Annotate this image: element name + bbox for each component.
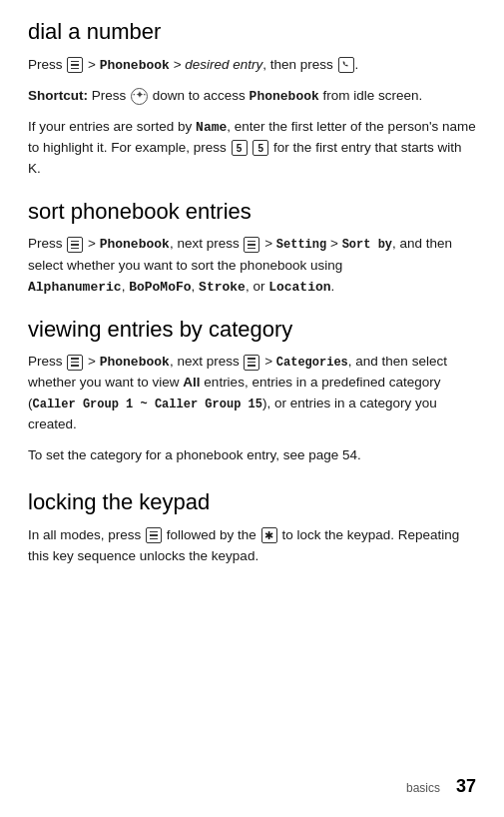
bopomfo-label: BoPoMoFo bbox=[129, 280, 191, 295]
key-5-1: 5 bbox=[232, 140, 248, 156]
dial-paragraph-2: If your entries are sorted by Name, ente… bbox=[28, 117, 476, 180]
sortby-label: Sort by bbox=[342, 238, 392, 252]
viewing-paragraph-1: Press > Phonebook, next press > Categori… bbox=[28, 352, 476, 435]
footer-label: basics bbox=[406, 781, 440, 795]
viewing-paragraph-2: To set the category for a phonebook entr… bbox=[28, 445, 476, 466]
menu-key-icon-view-1 bbox=[67, 355, 83, 371]
locking-paragraph-1: In all modes, press followed by the ✱ to… bbox=[28, 525, 476, 567]
section-title-viewing: viewing entries by category bbox=[28, 316, 476, 345]
page-content: dial a number Press > Phonebook > desire… bbox=[0, 0, 504, 617]
phonebook-label-1: Phonebook bbox=[100, 58, 170, 73]
phonebook-label-view: Phonebook bbox=[100, 355, 170, 370]
setting-label: Setting bbox=[276, 238, 326, 252]
sort-paragraph-1: Press > Phonebook, next press > Setting … bbox=[28, 234, 476, 297]
menu-key-icon-sort-1 bbox=[67, 237, 83, 253]
alphanumeric-label: Alphanumeric bbox=[28, 280, 122, 295]
phonebook-label-sort: Phonebook bbox=[100, 237, 170, 252]
call-key-icon bbox=[338, 57, 354, 73]
categories-label: Categories bbox=[276, 356, 348, 370]
star-key-icon: ✱ bbox=[261, 527, 277, 543]
name-label: Name bbox=[196, 120, 227, 135]
dial-paragraph-shortcut: Shortcut: Press ·✦· down to access Phone… bbox=[28, 86, 476, 107]
phonebook-label-shortcut: Phonebook bbox=[250, 89, 319, 104]
menu-key-icon-sort-2 bbox=[244, 237, 259, 253]
all-label: All bbox=[183, 375, 200, 390]
section-title-locking: locking the keypad bbox=[28, 488, 476, 517]
desired-entry-label: desired entry bbox=[185, 57, 262, 72]
caller-group-label: Caller Group 1 ~ Caller Group 15 bbox=[33, 398, 262, 411]
menu-key-icon-lock-1 bbox=[146, 527, 162, 543]
location-label: Location bbox=[268, 280, 330, 295]
section-title-sort: sort phonebook entries bbox=[28, 198, 476, 227]
section-title-dial: dial a number bbox=[28, 18, 476, 47]
key-5-2: 5 bbox=[252, 140, 268, 156]
page-number: 37 bbox=[456, 776, 476, 797]
shortcut-label: Shortcut: bbox=[28, 88, 88, 103]
menu-key-icon-view-2 bbox=[244, 355, 259, 371]
dial-paragraph-1: Press > Phonebook > desired entry, then … bbox=[28, 55, 476, 76]
page-footer: basics 37 bbox=[406, 776, 476, 797]
menu-key-icon bbox=[67, 57, 83, 73]
nav-dot-icon: ·✦· bbox=[131, 88, 148, 105]
stroke-label: Stroke bbox=[199, 280, 246, 295]
